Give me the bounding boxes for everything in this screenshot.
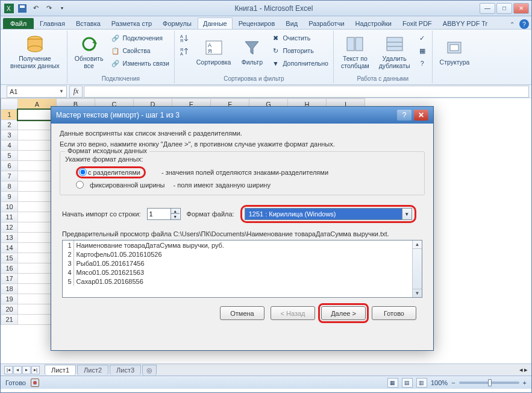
reapply-filter-button[interactable]: ↻Повторить bbox=[269, 45, 330, 57]
svg-text:А: А bbox=[180, 52, 183, 56]
chevron-down-icon[interactable]: ▼ bbox=[59, 89, 64, 94]
remove-duplicates-button[interactable]: Удалить дубликаты bbox=[375, 32, 414, 72]
sheet-tab-active[interactable]: Лист1 bbox=[45, 365, 76, 375]
undo-icon[interactable]: ↶ bbox=[30, 2, 42, 14]
excel-window: X ↶ ↷ ▾ Книга1 - Microsoft Excel — □ ✕ Ф… bbox=[0, 0, 532, 393]
cancel-button[interactable]: Отмена bbox=[220, 306, 264, 320]
sort-asc-button[interactable]: АЯ bbox=[178, 32, 190, 44]
radio-fixed-row: фиксированной ширины - поля имеют заданн… bbox=[76, 180, 419, 190]
properties-button[interactable]: 📋Свойства bbox=[109, 45, 170, 57]
data-validation-button[interactable]: ✓ bbox=[416, 32, 428, 44]
page-layout-view-button[interactable]: ▤ bbox=[402, 378, 413, 388]
page-break-view-button[interactable]: ▥ bbox=[416, 378, 427, 388]
radio-fixed[interactable] bbox=[76, 181, 84, 189]
last-sheet-button[interactable]: ▸| bbox=[31, 366, 40, 374]
next-sheet-button[interactable]: ▸ bbox=[22, 366, 31, 374]
refresh-all-button[interactable]: Обновить все bbox=[71, 32, 107, 72]
spin-down-icon[interactable]: ▼ bbox=[171, 214, 180, 219]
save-icon[interactable] bbox=[16, 2, 28, 14]
minimize-button[interactable]: — bbox=[480, 3, 495, 14]
consolidate-icon: ▦ bbox=[418, 46, 427, 55]
edit-links-button[interactable]: 🔗Изменить связи bbox=[109, 57, 170, 69]
redo-icon[interactable]: ↷ bbox=[43, 2, 55, 14]
preview-label: Предварительный просмотр файла C:\Users\… bbox=[62, 230, 425, 237]
zoom-out-button[interactable]: − bbox=[451, 379, 455, 386]
dialog-close-button[interactable]: ✕ bbox=[414, 110, 428, 121]
text-columns-icon bbox=[345, 34, 365, 54]
radio-delimited-label[interactable]: с разделителями bbox=[88, 169, 140, 176]
tab-data[interactable]: Данные bbox=[198, 17, 233, 29]
connections-button[interactable]: 🔗Подключения bbox=[109, 32, 170, 44]
radio-delimited-row: с разделителями - значения полей отделяю… bbox=[76, 165, 419, 180]
next-button[interactable]: Далее > bbox=[321, 306, 366, 320]
start-row-label: Начать импорт со строки: bbox=[62, 210, 141, 218]
tab-review[interactable]: Рецензиров bbox=[234, 18, 280, 29]
consolidate-button[interactable]: ▦ bbox=[416, 45, 428, 57]
text-to-columns-button[interactable]: Текст по столбцам bbox=[337, 32, 373, 72]
back-button[interactable]: < Назад bbox=[271, 306, 315, 320]
qat-dropdown-icon[interactable]: ▾ bbox=[56, 2, 68, 14]
formula-input[interactable] bbox=[84, 86, 529, 98]
radio-fixed-label[interactable]: фиксированной ширины bbox=[90, 181, 165, 189]
tab-file[interactable]: Файл bbox=[3, 18, 34, 29]
zoom-slider[interactable] bbox=[459, 382, 519, 384]
tab-page-layout[interactable]: Разметка стр bbox=[107, 18, 157, 29]
clear-filter-button[interactable]: ✖Очистить bbox=[269, 32, 330, 44]
advanced-filter-button[interactable]: ▼Дополнительно bbox=[269, 57, 330, 69]
start-row-spinner[interactable]: ▲▼ bbox=[147, 208, 181, 220]
dialog-desc-line1: Данные восприняты как список значений с … bbox=[60, 130, 425, 137]
radio-delimited[interactable] bbox=[79, 168, 87, 176]
name-box[interactable]: A1▼ bbox=[7, 86, 67, 98]
formula-bar: A1▼ fx bbox=[1, 85, 531, 98]
scroll-down-icon[interactable]: ▼ bbox=[413, 289, 422, 297]
maximize-button[interactable]: □ bbox=[496, 3, 512, 14]
chevron-down-icon[interactable]: ▼ bbox=[402, 209, 412, 219]
sheet-tab[interactable]: Лист2 bbox=[77, 365, 108, 375]
dialog-title-bar[interactable]: Мастер текстов (импорт) - шаг 1 из 3 ? ✕ bbox=[51, 107, 433, 124]
zoom-thumb[interactable] bbox=[488, 379, 492, 386]
normal-view-button[interactable]: ▦ bbox=[387, 378, 398, 388]
macro-record-icon[interactable] bbox=[31, 379, 39, 387]
preview-scrollbar[interactable]: ▲ ▼ bbox=[412, 241, 422, 297]
tab-foxit[interactable]: Foxit PDF bbox=[398, 18, 437, 29]
button-label: Сортировка bbox=[196, 58, 231, 66]
tab-home[interactable]: Главная bbox=[35, 18, 70, 29]
fx-button[interactable]: fx bbox=[69, 86, 83, 98]
first-sheet-button[interactable]: |◂ bbox=[4, 366, 13, 374]
close-window-button[interactable]: ✕ bbox=[513, 3, 529, 14]
sheet-tab[interactable]: Лист3 bbox=[110, 365, 141, 375]
sort-desc-button[interactable]: ЯА bbox=[178, 45, 190, 57]
tab-formulas[interactable]: Формулы bbox=[158, 18, 196, 29]
sort-button[interactable]: АЯ Сортировка bbox=[193, 32, 235, 72]
prev-sheet-button[interactable]: ◂ bbox=[13, 366, 22, 374]
dialog-help-button[interactable]: ? bbox=[397, 110, 412, 121]
tab-view[interactable]: Вид bbox=[281, 18, 302, 29]
radio-delimited-desc: - значения полей отделяются знаками-разд… bbox=[161, 169, 328, 176]
zoom-level[interactable]: 100% bbox=[431, 379, 448, 386]
help-icon[interactable]: ? bbox=[519, 19, 529, 29]
file-format-combo[interactable]: 1251 : Кириллица (Windows) ▼ bbox=[245, 208, 412, 220]
zoom-in-button[interactable]: + bbox=[523, 379, 527, 386]
file-format-value: 1251 : Кириллица (Windows) bbox=[245, 210, 402, 218]
start-row-input[interactable] bbox=[148, 210, 171, 218]
tab-insert[interactable]: Вставка bbox=[71, 18, 105, 29]
sort-asc-icon: АЯ bbox=[180, 33, 189, 43]
tab-abbyy[interactable]: ABBYY PDF Tr bbox=[438, 18, 492, 29]
reapply-icon: ↻ bbox=[271, 46, 280, 55]
tab-addins[interactable]: Надстройки bbox=[351, 18, 396, 29]
hscroll-right-icon[interactable]: ▸ bbox=[524, 366, 528, 374]
text-import-wizard-dialog: Мастер текстов (импорт) - шаг 1 из 3 ? ✕… bbox=[51, 106, 434, 351]
hscroll-left-icon[interactable]: ◂ bbox=[519, 366, 523, 374]
new-sheet-button[interactable]: ◎ bbox=[142, 365, 157, 376]
filter-button[interactable]: Фильтр bbox=[237, 32, 267, 72]
get-external-data-button[interactable]: Получение внешних данных bbox=[7, 32, 63, 72]
whatif-button[interactable]: ? bbox=[416, 57, 428, 69]
spin-up-icon[interactable]: ▲ bbox=[171, 209, 180, 214]
scroll-up-icon[interactable]: ▲ bbox=[413, 241, 422, 249]
minimize-ribbon-icon[interactable]: ⌃ bbox=[507, 19, 517, 29]
svg-text:Я: Я bbox=[180, 48, 183, 52]
tab-developer[interactable]: Разработчи bbox=[304, 18, 349, 29]
finish-button[interactable]: Готово bbox=[372, 306, 416, 320]
ribbon-data: Получение внешних данных Обновить все 🔗П… bbox=[1, 30, 531, 85]
outline-button[interactable]: Структура bbox=[436, 32, 474, 72]
